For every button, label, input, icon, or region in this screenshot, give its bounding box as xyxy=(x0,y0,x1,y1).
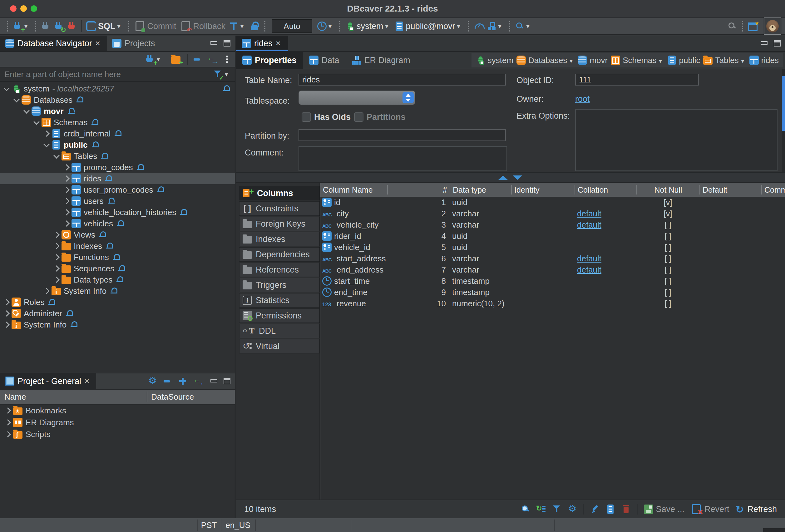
save-button[interactable]: Save ... xyxy=(644,505,684,514)
expander-icon[interactable] xyxy=(43,141,50,147)
list-item[interactable]: Scripts xyxy=(0,428,235,440)
refresh-list-icon[interactable] xyxy=(536,505,546,514)
tree-item[interactable]: Views xyxy=(0,229,235,240)
tree-item[interactable]: Administer xyxy=(0,308,235,319)
active-schema-select[interactable]: public@movr xyxy=(393,19,465,33)
open-perspective-button[interactable] xyxy=(746,19,759,33)
new-connection-button[interactable]: + xyxy=(144,52,164,66)
scrollbar-thumb[interactable] xyxy=(782,76,785,131)
toolbar-drag-handle[interactable] xyxy=(509,21,510,31)
tree-item[interactable]: movr xyxy=(0,105,235,117)
cell-column-name[interactable]: id xyxy=(320,198,325,207)
owner-link[interactable]: root xyxy=(575,94,590,104)
expander-icon[interactable] xyxy=(23,107,30,113)
filter-icon[interactable] xyxy=(552,505,561,514)
cell-not-null[interactable]: [ ] xyxy=(636,276,700,286)
column-config-icon[interactable] xyxy=(607,505,613,514)
gear-icon[interactable] xyxy=(148,377,157,386)
cell-column-name[interactable]: start_time xyxy=(320,276,325,286)
expander-icon[interactable] xyxy=(5,419,11,426)
toolbar-drag-handle[interactable] xyxy=(264,21,265,31)
toolbar-drag-handle[interactable] xyxy=(742,21,743,31)
column-header[interactable]: Identity xyxy=(511,185,575,195)
link-with-editor-icon[interactable] xyxy=(207,55,219,64)
column-header[interactable]: Default xyxy=(700,185,761,195)
object-editor-tab[interactable]: Columns xyxy=(239,186,320,200)
tasks-button[interactable] xyxy=(485,19,506,33)
object-editor-tab[interactable]: References xyxy=(239,262,320,277)
timezone-indicator[interactable]: PST xyxy=(197,518,221,532)
filter-icon[interactable] xyxy=(213,70,222,79)
dashboard-button[interactable] xyxy=(472,19,485,33)
object-editor-tab[interactable]: Virtual xyxy=(239,339,320,353)
object-editor-tab[interactable]: Indexes xyxy=(239,232,320,246)
commit-button[interactable]: Commit xyxy=(132,19,178,33)
cell-data-type[interactable]: varchar xyxy=(450,265,511,275)
cell-not-null[interactable]: [ ] xyxy=(636,287,700,297)
edit-icon[interactable] xyxy=(590,505,600,514)
search-icon[interactable] xyxy=(521,505,530,514)
table-row[interactable]: vehicle_id 5 uuid [ ] xyxy=(320,242,785,253)
tree-item[interactable]: Schemas xyxy=(0,117,235,128)
tab-project-general[interactable]: Project - General xyxy=(0,373,96,389)
expander-icon[interactable] xyxy=(43,288,50,294)
tree-item[interactable]: Sequences xyxy=(0,263,235,274)
cell-ordinal[interactable]: 2 xyxy=(387,209,450,219)
tab-database-navigator[interactable]: Database Navigator xyxy=(0,35,107,51)
object-editor-tab[interactable]: Foreign Keys xyxy=(239,217,320,231)
table-row[interactable]: revenue 10 numeric(10, 2) [ ] xyxy=(320,298,785,309)
object-editor-tab[interactable]: Constraints xyxy=(239,201,320,216)
metadata-search-button[interactable] xyxy=(513,19,534,33)
cell-not-null[interactable]: [v] xyxy=(636,209,700,219)
expander-icon[interactable] xyxy=(53,232,60,238)
column-header-datasource[interactable]: DataSource xyxy=(147,391,235,402)
expander-icon[interactable] xyxy=(53,277,60,283)
breadcrumb-item[interactable]: movr xyxy=(578,56,608,65)
expander-icon[interactable] xyxy=(5,431,11,437)
cell-data-type[interactable]: uuid xyxy=(450,231,511,241)
commit-mode-select[interactable]: Auto xyxy=(272,19,312,33)
cell-ordinal[interactable]: 8 xyxy=(387,276,450,286)
resize-grip[interactable] xyxy=(763,528,785,532)
transaction-log-button[interactable] xyxy=(227,19,248,33)
close-icon[interactable] xyxy=(276,39,283,48)
cell-column-name[interactable]: start_address xyxy=(320,254,325,263)
sql-editor-button[interactable]: SQL xyxy=(84,19,125,33)
toolbar-drag-handle[interactable] xyxy=(7,21,8,31)
breadcrumb-item[interactable]: rides xyxy=(750,56,779,65)
table-row[interactable]: end_time 9 timestamp [ ] xyxy=(320,287,785,298)
object-editor-tab[interactable]: Triggers xyxy=(239,278,320,292)
cell-not-null[interactable]: [ ] xyxy=(636,231,700,241)
splitter[interactable] xyxy=(236,173,785,183)
tree-item[interactable]: System Info xyxy=(0,285,235,297)
expander-icon[interactable] xyxy=(53,243,60,249)
column-header[interactable]: Data type xyxy=(450,185,511,195)
cell-data-type[interactable]: varchar xyxy=(450,254,511,263)
expander-icon[interactable] xyxy=(3,310,10,316)
cell-column-name[interactable]: rider_id xyxy=(320,231,325,241)
minimize-panel-icon[interactable] xyxy=(210,41,217,46)
cell-not-null[interactable]: [ ] xyxy=(636,243,700,252)
tree-item[interactable]: public xyxy=(0,139,235,151)
cell-data-type[interactable]: numeric(10, 2) xyxy=(450,299,511,308)
tree-item[interactable]: crdb_internal xyxy=(0,128,235,139)
chevron-down-icon[interactable] xyxy=(24,23,30,30)
tree-item[interactable]: Tables xyxy=(0,151,235,162)
cell-ordinal[interactable]: 10 xyxy=(387,299,450,308)
chevron-down-icon[interactable] xyxy=(741,56,746,65)
table-row[interactable]: vehicle_city 3 varchar default [ ] xyxy=(320,219,785,230)
delete-icon[interactable] xyxy=(622,505,631,514)
table-row[interactable]: end_address 7 varchar default [ ] xyxy=(320,264,785,275)
tree-item[interactable]: vehicles xyxy=(0,218,235,229)
expander-icon[interactable] xyxy=(64,209,70,216)
view-menu-icon[interactable] xyxy=(224,55,230,64)
chevron-down-icon[interactable] xyxy=(659,56,664,65)
expander-icon[interactable] xyxy=(64,221,70,227)
cell-collation[interactable]: default xyxy=(575,254,636,263)
user-profile-button[interactable] xyxy=(764,18,781,35)
cell-ordinal[interactable]: 1 xyxy=(387,198,450,207)
cell-not-null[interactable]: [v] xyxy=(636,198,700,207)
chevron-down-icon[interactable] xyxy=(569,56,575,65)
rollback-button[interactable]: Rollback xyxy=(178,19,228,33)
column-header[interactable]: Comm xyxy=(761,185,785,195)
